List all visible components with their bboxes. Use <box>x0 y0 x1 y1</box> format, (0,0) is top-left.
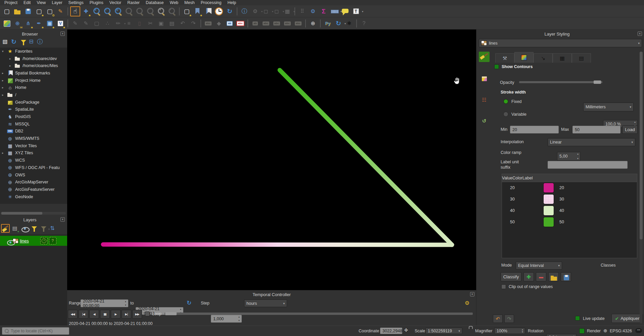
table-header[interactable]: Color <box>512 176 522 180</box>
spatial-bookmark-manager-icon[interactable] <box>203 6 213 16</box>
browser-item-spatial-bookmarks[interactable]: ▸ Spatial Bookmarks <box>0 69 67 77</box>
move-label-icon[interactable]: abc <box>272 18 282 29</box>
play-backward-button[interactable]: ◀ <box>89 310 99 319</box>
table-row[interactable]: 50 50 <box>502 216 637 228</box>
min-input[interactable]: 20 <box>510 126 559 133</box>
time-slider-thumb[interactable] <box>165 312 177 315</box>
menu-item[interactable]: Database <box>143 0 167 5</box>
add-group-icon[interactable]: ▤ <box>10 224 19 233</box>
redo-icon[interactable]: ↷ <box>188 18 198 29</box>
zoom-native-icon[interactable]: 1:1 <box>145 6 155 16</box>
map-tips-icon[interactable] <box>340 6 350 16</box>
color-swatch[interactable] <box>543 194 554 204</box>
rotate-label-icon[interactable]: abc <box>282 18 292 29</box>
menu-item[interactable]: Vector <box>106 0 124 5</box>
filter-browser-icon[interactable] <box>18 38 27 46</box>
layer-visibility-icon[interactable] <box>5 237 13 244</box>
color-swatch[interactable] <box>543 217 554 227</box>
expander-icon[interactable]: ▸ <box>2 93 6 97</box>
play-forward-button[interactable]: ▶ <box>111 310 121 319</box>
scale-select[interactable]: 1:502259119 <box>425 328 462 334</box>
save-ramp-button[interactable] <box>561 272 571 281</box>
apply-button[interactable]: ✔ Appliquer <box>611 314 643 323</box>
load-button[interactable]: Load <box>622 125 638 134</box>
paste-features-icon[interactable]: ▤ <box>167 18 177 29</box>
close-icon[interactable] <box>638 32 642 36</box>
layer-labeling-options-icon[interactable]: ab <box>225 18 235 29</box>
filter-by-expression-icon[interactable] <box>39 224 47 233</box>
menu-item[interactable]: Raster <box>124 0 143 5</box>
fixed-radio[interactable] <box>503 99 508 104</box>
rotation-input[interactable]: 0,0 ° <box>546 334 577 336</box>
step-unit-select[interactable]: hours <box>244 299 287 307</box>
undo-style-button[interactable]: ↶ <box>493 315 503 323</box>
new-virtual-layer-icon[interactable]: V <box>55 18 65 29</box>
layer-diagram-options-icon[interactable]: abc <box>235 18 245 29</box>
browser-item-wfs[interactable]: ⊕ WFS / OGC API - Featu <box>0 164 67 171</box>
highlight-pinned-labels-icon[interactable]: abc <box>203 18 213 29</box>
scrollbar-thumb[interactable] <box>1 212 42 215</box>
fast-forward-button[interactable]: ▶▶ <box>132 310 142 319</box>
browser-horizontal-scrollbar[interactable] <box>1 212 66 215</box>
styling-layer-select[interactable]: lines <box>479 39 642 47</box>
browser-item-xyz-tiles[interactable]: ▸ ▦ XYZ Tiles <box>0 150 67 157</box>
show-unplaced-labels-icon[interactable]: ◆ <box>214 18 224 29</box>
expander-icon[interactable]: ▸ <box>2 151 6 155</box>
interpolation-select[interactable]: Linear <box>548 138 635 146</box>
pan-map-icon[interactable]: ☝ <box>70 6 80 16</box>
temporal-layer-icon[interactable] <box>40 237 48 244</box>
expander-icon[interactable]: ▸ <box>9 64 14 67</box>
undo-icon[interactable]: ↶ <box>178 18 188 29</box>
add-class-button[interactable]: ✚ <box>523 272 534 281</box>
expand-collapse-all-icon[interactable]: ⇅ <box>48 224 57 233</box>
web-globe-icon[interactable]: ⊕ <box>308 18 318 29</box>
clip-checkbox[interactable] <box>501 284 506 289</box>
table-header[interactable]: Value <box>502 176 512 180</box>
open-attribute-table-icon[interactable]: ▦ <box>282 6 292 16</box>
browser-item-wms[interactable]: ⊕ WMS/WMTS <box>0 135 67 142</box>
browser-item-spatialite[interactable]: ✒ SpatiaLite <box>0 106 67 113</box>
menu-item[interactable]: Web <box>167 0 181 5</box>
statistical-summary-icon[interactable]: Σ <box>319 6 329 16</box>
pin-unpin-labels-icon[interactable]: ab <box>250 18 260 29</box>
browser-item-ows[interactable]: ⊕ OWS <box>0 171 67 179</box>
menu-item[interactable]: Mesh <box>181 0 198 5</box>
close-icon[interactable] <box>60 32 65 36</box>
menu-item[interactable]: View <box>34 0 49 5</box>
layer-row-lines[interactable]: lines ? <box>0 236 67 246</box>
loop-checkbox[interactable] <box>145 312 150 316</box>
browser-item-geopackage[interactable]: GeoPackage <box>0 99 67 106</box>
first-aid-debug-icon[interactable]: ✱ <box>344 18 354 29</box>
open-layer-styling-icon[interactable] <box>1 224 10 233</box>
max-input[interactable]: 50 <box>572 126 620 133</box>
new-spatialite-layer-icon[interactable]: ⋔ <box>23 18 33 29</box>
load-ramp-folder-button[interactable] <box>548 272 559 281</box>
skip-to-start-button[interactable]: |◀ <box>79 310 88 319</box>
step-value-input[interactable]: 1,000 <box>211 315 242 323</box>
new-geopackage-layer-icon[interactable]: ▦ <box>45 18 55 29</box>
tab-3d-view[interactable] <box>479 73 490 84</box>
save-layer-edits-icon[interactable]: ▢ <box>92 18 102 29</box>
field-calculator-icon[interactable]: ⠿ <box>297 6 307 16</box>
browser-item-geonode[interactable]: ✳ GeoNode <box>0 193 67 201</box>
toggle-editing-icon[interactable]: ✎ <box>81 18 91 29</box>
opacity-slider-thumb[interactable] <box>594 80 601 84</box>
scrollbar-thumb[interactable] <box>640 52 643 239</box>
browser-item-root[interactable]: ▸ / <box>0 91 67 99</box>
crs-status[interactable]: EPSG:4326 <box>610 329 632 333</box>
tab-rendering[interactable]: ▦ <box>553 53 572 63</box>
menu-item[interactable]: Help <box>224 0 239 5</box>
menu-item[interactable]: Edit <box>20 0 34 5</box>
zoom-last-icon[interactable]: ◂ <box>156 6 166 16</box>
rewind-button[interactable]: ◀◀ <box>68 310 78 319</box>
browser-item-mssql[interactable]: ≋ MSSQL <box>0 120 67 128</box>
new-project-icon[interactable]: ▢ <box>2 6 12 16</box>
variable-radio[interactable] <box>503 112 508 117</box>
table-row[interactable]: 40 40 <box>502 205 637 216</box>
refresh-browser-icon[interactable]: ↻ <box>10 38 18 46</box>
zoom-to-selection-icon[interactable] <box>124 6 134 16</box>
browser-item-home-mes[interactable]: ▸ /home/cloarec/Mes <box>0 62 67 69</box>
layer-name[interactable]: lines <box>20 238 29 243</box>
tab-mesh-datasets[interactable]: ☷ <box>479 95 490 105</box>
expander-icon[interactable]: ▸ <box>2 79 6 82</box>
